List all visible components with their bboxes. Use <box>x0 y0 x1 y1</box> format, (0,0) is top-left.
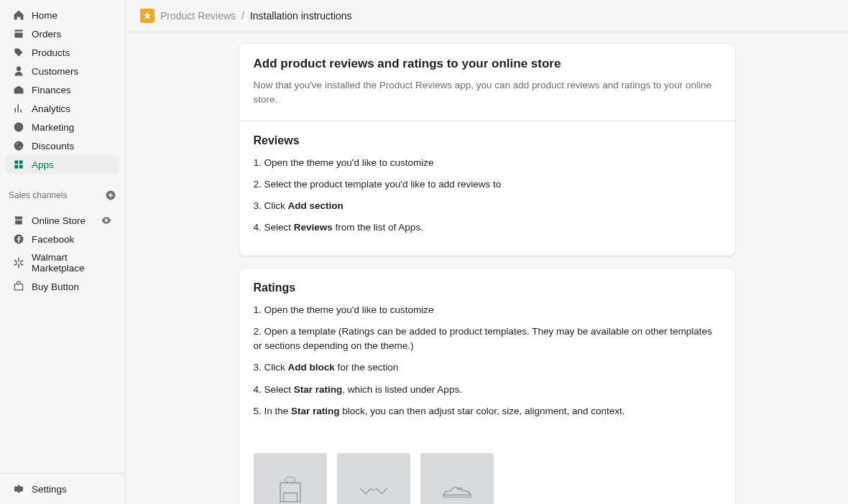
step-bold: Star rating <box>294 384 343 395</box>
intro-title: Add product reviews and ratings to your … <box>254 57 721 71</box>
nav-finances[interactable]: Finances <box>6 80 119 99</box>
step-text: from the list of Apps. <box>333 222 423 233</box>
store-icon <box>13 215 24 226</box>
nav-settings[interactable]: Settings <box>6 480 119 498</box>
card-ratings: Ratings 1. Open the theme you'd like to … <box>239 269 735 505</box>
product-image <box>254 453 327 504</box>
sales-channels-header: Sales channels <box>0 179 125 205</box>
card-intro-reviews: Add product reviews and ratings to your … <box>239 44 735 256</box>
channel-online-store[interactable]: Online Store <box>6 211 119 230</box>
buy-button-icon <box>13 281 24 292</box>
channel-buy-button[interactable]: Buy Button <box>6 277 119 296</box>
home-icon <box>13 9 24 21</box>
finances-icon <box>13 84 24 95</box>
nav-marketing[interactable]: Marketing <box>6 118 119 136</box>
ratings-step-1: 1. Open the theme you'd like to customiz… <box>254 303 721 317</box>
nav-label: Discounts <box>32 141 74 151</box>
main-area: Product Reviews / Installation instructi… <box>126 0 848 504</box>
step-text: 4. Select <box>254 222 294 233</box>
primary-nav: Home Orders Products Customers Finances … <box>0 0 125 179</box>
ratings-step-4: 4. Select Star rating, which is listed u… <box>254 383 721 397</box>
nav-home[interactable]: Home <box>6 6 119 24</box>
nav-label: Analytics <box>32 103 70 114</box>
nav-label: Apps <box>32 159 54 170</box>
backpack-icon <box>270 470 310 504</box>
topbar: Product Reviews / Installation instructi… <box>126 0 848 32</box>
nav-discounts[interactable]: Discounts <box>6 136 119 155</box>
step-text: 3. Click <box>254 200 288 211</box>
nav-label: Marketing <box>32 122 74 133</box>
ratings-section: Ratings 1. Open the theme you'd like to … <box>239 269 735 439</box>
reviews-step-2: 2. Select the product template you'd lik… <box>254 177 721 192</box>
content: Add product reviews and ratings to your … <box>126 32 848 504</box>
facebook-icon <box>13 233 24 245</box>
apps-icon <box>13 159 24 170</box>
ratings-step-5: 5. In the Star rating block, you can the… <box>254 404 721 419</box>
ratings-heading: Ratings <box>254 281 721 294</box>
intro-body: Now that you've installed the Product Re… <box>254 78 721 108</box>
product-image <box>337 453 410 504</box>
ratings-step-3: 3. Click Add block for the section <box>254 360 721 375</box>
breadcrumb-app[interactable]: Product Reviews <box>160 10 236 22</box>
channels-nav: Online Store Facebook Walmart Marketplac… <box>0 205 125 302</box>
product-card: Shoes $129.00 (7) <box>337 453 410 504</box>
nav-label: Finances <box>32 85 71 95</box>
analytics-icon <box>13 103 24 114</box>
nav-label: Home <box>32 10 57 21</box>
channel-walmart[interactable]: Walmart Marketplace <box>6 248 119 277</box>
reviews-step-4: 4. Select Reviews from the list of Apps. <box>254 220 721 235</box>
glasses-icon <box>354 470 394 504</box>
nav-label: Facebook <box>32 234 74 245</box>
reviews-section: Reviews 1. Open the theme you'd like to … <box>239 121 735 256</box>
breadcrumb-sep: / <box>241 10 244 22</box>
bottom-nav: Settings <box>0 473 125 504</box>
nav-analytics[interactable]: Analytics <box>6 99 119 118</box>
shoe-icon <box>437 470 477 504</box>
step-text: , which is listed under Apps. <box>342 384 462 395</box>
step-bold: Add block <box>288 362 335 373</box>
product-image <box>420 453 494 504</box>
reviews-step-3: 3. Click Add section <box>254 199 721 213</box>
products-icon <box>13 47 24 58</box>
walmart-icon <box>13 257 24 269</box>
orders-icon <box>13 28 24 39</box>
nav-products[interactable]: Products <box>6 43 119 62</box>
nav-apps[interactable]: Apps <box>6 155 119 174</box>
customers-icon <box>13 65 24 77</box>
example-products: Backpack $67.00 (11) Shoes $129.00 (7) S… <box>239 439 735 504</box>
reviews-heading: Reviews <box>254 134 721 147</box>
nav-orders[interactable]: Orders <box>6 24 119 43</box>
step-text: 5. In the <box>254 406 292 416</box>
step-text: for the section <box>335 362 399 373</box>
gear-icon <box>13 483 24 495</box>
section-title: Sales channels <box>9 190 67 200</box>
reviews-step-1: 1. Open the theme you'd like to customiz… <box>254 156 721 170</box>
view-store-icon[interactable] <box>101 215 112 226</box>
product-card: Sunglasses $89.00 (21) <box>420 453 494 504</box>
marketing-icon <box>13 121 24 133</box>
ratings-step-2: 2. Open a template (Ratings can be added… <box>254 325 721 354</box>
nav-label: Orders <box>32 29 61 39</box>
step-text: block, you can then adjust star color, s… <box>340 406 625 416</box>
nav-label: Settings <box>32 484 67 495</box>
nav-label: Walmart Marketplace <box>32 252 112 274</box>
product-card: Backpack $67.00 (11) <box>254 453 327 504</box>
step-bold: Star rating <box>291 406 340 416</box>
nav-customers[interactable]: Customers <box>6 62 119 80</box>
step-text: 3. Click <box>254 362 288 373</box>
nav-label: Customers <box>32 66 78 77</box>
add-channel-icon[interactable] <box>105 190 116 201</box>
nav-label: Products <box>32 47 70 58</box>
app-icon <box>140 9 155 23</box>
breadcrumb-page: Installation instructions <box>250 10 352 22</box>
step-bold: Reviews <box>294 222 333 233</box>
intro-section: Add product reviews and ratings to your … <box>239 44 735 121</box>
channel-facebook[interactable]: Facebook <box>6 230 119 248</box>
nav-label: Buy Button <box>32 281 79 292</box>
step-bold: Add section <box>288 200 344 211</box>
sidebar: Home Orders Products Customers Finances … <box>0 0 126 504</box>
discounts-icon <box>13 140 24 151</box>
nav-label: Online Store <box>32 215 86 226</box>
star-icon <box>143 11 152 20</box>
step-text: 4. Select <box>254 384 294 395</box>
